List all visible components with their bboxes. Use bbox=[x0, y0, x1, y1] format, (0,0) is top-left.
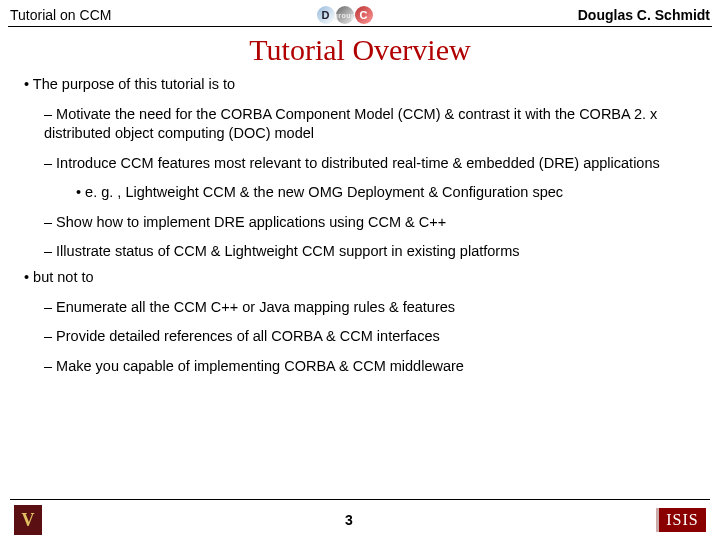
bullet-level2: Motivate the need for the CORBA Componen… bbox=[44, 105, 702, 144]
logo-letter-d: D bbox=[317, 6, 335, 24]
bullet-level3: e. g. , Lightweight CCM & the new OMG De… bbox=[76, 183, 702, 203]
logo-letter-group: group bbox=[336, 6, 354, 24]
doc-group-logo: D group C bbox=[317, 6, 373, 24]
bullet-level2: Show how to implement DRE applications u… bbox=[44, 213, 702, 233]
slide-body: The purpose of this tutorial is to Motiv… bbox=[0, 75, 720, 376]
bullet-level2: Make you capable of implementing CORBA &… bbox=[44, 357, 702, 377]
vanderbilt-v: V bbox=[22, 510, 35, 531]
page-number: 3 bbox=[345, 512, 353, 528]
slide-header: Tutorial on CCM D group C Douglas C. Sch… bbox=[0, 0, 720, 26]
header-divider bbox=[8, 26, 712, 27]
author-name: Douglas C. Schmidt bbox=[578, 7, 710, 23]
vanderbilt-logo: V bbox=[14, 505, 42, 535]
isis-logo-text: ISIS bbox=[666, 511, 698, 529]
tutorial-name: Tutorial on CCM bbox=[10, 7, 111, 23]
bullet-level2: Provide detailed references of all CORBA… bbox=[44, 327, 702, 347]
isis-logo: ISIS bbox=[656, 508, 706, 532]
bullet-level1: The purpose of this tutorial is to bbox=[24, 75, 702, 95]
bullet-level2: Introduce CCM features most relevant to … bbox=[44, 154, 702, 174]
slide-title: Tutorial Overview bbox=[0, 33, 720, 67]
bullet-level2: Illustrate status of CCM & Lightweight C… bbox=[44, 242, 702, 262]
slide-footer: V 3 ISIS bbox=[0, 500, 720, 540]
bullet-level1: but not to bbox=[24, 268, 702, 288]
bullet-level2: Enumerate all the CCM C++ or Java mappin… bbox=[44, 298, 702, 318]
logo-letter-c: C bbox=[355, 6, 373, 24]
